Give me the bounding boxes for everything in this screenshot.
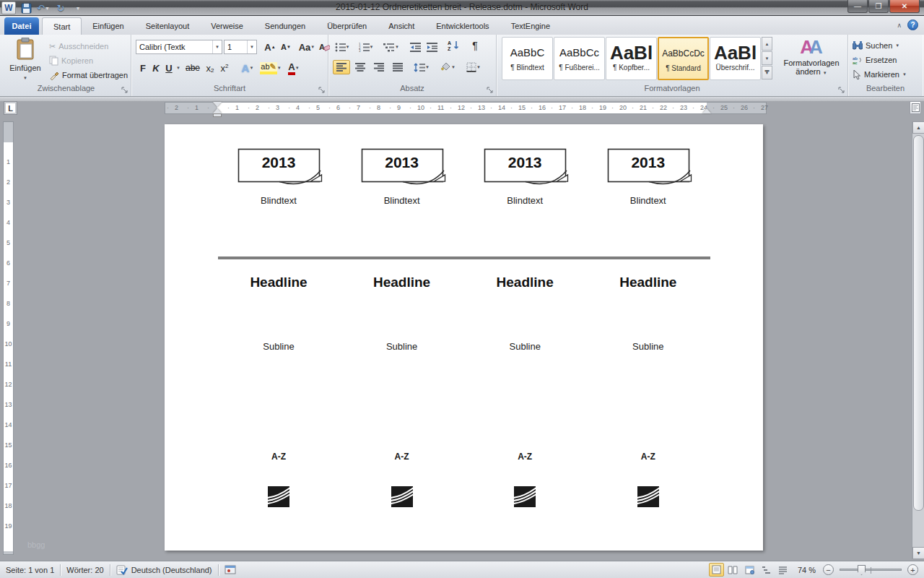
format-painter-button[interactable]: Format übertragen: [48, 68, 129, 82]
vertical-scrollbar[interactable]: ▲ ▼: [912, 121, 924, 559]
tab-textengine[interactable]: TextEngine: [500, 17, 561, 35]
headline-text[interactable]: Headline: [587, 275, 710, 290]
word-count[interactable]: Wörter: 20: [61, 564, 109, 576]
zoom-slider[interactable]: [840, 569, 902, 571]
page-indicator[interactable]: Seite: 1 von 1: [0, 564, 60, 576]
collapse-ribbon-icon[interactable]: ∧: [897, 22, 902, 29]
zoom-slider-handle[interactable]: [858, 565, 866, 575]
year-text[interactable]: 2013: [484, 154, 566, 171]
align-left-button[interactable]: [333, 60, 350, 74]
styles-dialog-launcher[interactable]: [838, 87, 845, 94]
zoom-out-button[interactable]: −: [823, 564, 834, 575]
year-tab-shape[interactable]: 2013: [607, 148, 694, 187]
borders-button[interactable]: ▼: [463, 60, 484, 74]
italic-button[interactable]: K: [150, 61, 162, 75]
underline-options-caret[interactable]: ▼: [175, 61, 182, 75]
sort-button[interactable]: A Z: [445, 38, 463, 53]
underline-button[interactable]: U: [163, 61, 175, 75]
paragraph-dialog-launcher[interactable]: [487, 87, 494, 94]
subline-text[interactable]: Subline: [463, 341, 586, 352]
show-paragraph-marks-button[interactable]: ¶: [467, 38, 483, 53]
document-page[interactable]: 2013BlindtextHeadlineSublineA-Z2013Blind…: [165, 124, 763, 551]
style-card[interactable]: AaBl¶ Kopfber...: [606, 37, 657, 80]
bullets-button[interactable]: ▼: [333, 40, 352, 54]
style-card[interactable]: AaBbCcDc¶ Standard: [658, 37, 709, 80]
subline-text[interactable]: Subline: [341, 341, 463, 352]
left-indent-marker[interactable]: [213, 113, 222, 117]
view-draft-button[interactable]: [775, 563, 790, 577]
superscript-button[interactable]: x2: [218, 61, 231, 75]
right-indent-marker[interactable]: [702, 108, 711, 113]
grow-font-button[interactable]: A▲: [263, 40, 277, 54]
year-text[interactable]: 2013: [361, 154, 443, 171]
tab-stop-selector[interactable]: L: [4, 101, 17, 115]
shrink-font-button[interactable]: A▼: [279, 40, 293, 54]
view-print-layout-button[interactable]: [709, 563, 724, 577]
zoom-level[interactable]: 74 %: [792, 566, 821, 574]
justify-button[interactable]: [389, 60, 406, 74]
az-text[interactable]: A-Z: [341, 452, 463, 462]
scroll-down-button[interactable]: ▼: [912, 547, 924, 559]
increase-indent-button[interactable]: [424, 40, 439, 54]
tab-start[interactable]: Start: [42, 17, 82, 35]
az-text[interactable]: A-Z: [463, 452, 586, 462]
bold-button[interactable]: F: [137, 61, 149, 75]
align-center-button[interactable]: [352, 60, 369, 74]
line-spacing-button[interactable]: ▼: [411, 60, 432, 74]
year-tab-shape[interactable]: 2013: [361, 148, 448, 187]
tab-sendungen[interactable]: Sendungen: [254, 17, 316, 35]
numbering-button[interactable]: 1 2 3 ▼: [356, 40, 376, 54]
change-styles-button[interactable]: AA Formatvorlagen ändern ▼: [778, 36, 845, 82]
gallery-down-button[interactable]: ▼: [762, 51, 772, 65]
highlight-button[interactable]: ab✎▼: [260, 61, 282, 75]
view-web-layout-button[interactable]: [742, 563, 757, 577]
font-dialog-launcher[interactable]: [318, 87, 326, 94]
zoom-in-button[interactable]: +: [907, 564, 918, 575]
az-text[interactable]: A-Z: [587, 452, 710, 462]
tab-verweise[interactable]: Verweise: [200, 17, 254, 35]
font-size-combobox[interactable]: 1 ▼: [224, 40, 257, 54]
spellcheck-status[interactable]: Deutsch (Deutschland): [110, 564, 218, 576]
chevron-down-icon[interactable]: ▼: [247, 40, 256, 53]
subline-text[interactable]: Subline: [587, 341, 710, 352]
blindtext-text[interactable]: Blindtext: [341, 195, 463, 206]
view-fullscreen-reading-button[interactable]: [725, 563, 741, 577]
view-outline-button[interactable]: [759, 563, 774, 577]
subscript-button[interactable]: x2: [204, 61, 217, 75]
decrease-indent-button[interactable]: [408, 40, 422, 54]
font-color-button[interactable]: A▼: [284, 61, 303, 75]
gallery-more-button[interactable]: ▼▬: [762, 66, 772, 79]
blindtext-text[interactable]: Blindtext: [463, 195, 586, 206]
blindtext-text[interactable]: Blindtext: [587, 195, 710, 206]
scroll-up-button[interactable]: ▲: [912, 121, 924, 134]
text-effects-button[interactable]: A▼: [238, 61, 257, 75]
restore-button[interactable]: ❐: [868, 0, 889, 13]
year-tab-shape[interactable]: 2013: [484, 148, 570, 187]
macro-recording-button[interactable]: [219, 564, 242, 576]
cut-button[interactable]: ✂ Ausschneiden: [48, 39, 110, 53]
headline-text[interactable]: Headline: [341, 275, 463, 290]
subline-text[interactable]: Subline: [217, 341, 340, 352]
clipboard-dialog-launcher[interactable]: [121, 87, 128, 94]
align-right-button[interactable]: [370, 60, 388, 74]
year-text[interactable]: 2013: [607, 154, 689, 171]
paste-button[interactable]: Einfügen ▼: [7, 38, 43, 84]
gallery-up-button[interactable]: ▲: [762, 37, 772, 51]
hanging-indent-marker[interactable]: [213, 108, 222, 113]
change-case-button[interactable]: Aa▼: [297, 40, 316, 54]
blindtext-text[interactable]: Blindtext: [217, 195, 340, 206]
tab-file[interactable]: Datei: [4, 17, 39, 35]
year-text[interactable]: 2013: [237, 154, 320, 171]
scrollbar-thumb[interactable]: [913, 135, 924, 511]
help-button[interactable]: ?: [907, 20, 918, 30]
tab-ansicht[interactable]: Ansicht: [378, 17, 425, 35]
document-area[interactable]: 12345678910111213141516171819 bbgg 2013B…: [0, 120, 924, 561]
close-button[interactable]: ✕: [889, 0, 920, 13]
style-card[interactable]: AaBlÜberschrif...: [710, 37, 761, 80]
az-text[interactable]: A-Z: [217, 452, 340, 462]
style-card[interactable]: AaBbC¶ Blindtext: [502, 37, 553, 80]
tab-einfügen[interactable]: Einfügen: [82, 17, 134, 35]
headline-text[interactable]: Headline: [463, 275, 586, 290]
copy-button[interactable]: Kopieren: [48, 53, 95, 68]
ruler-toggle-button[interactable]: [910, 101, 921, 114]
